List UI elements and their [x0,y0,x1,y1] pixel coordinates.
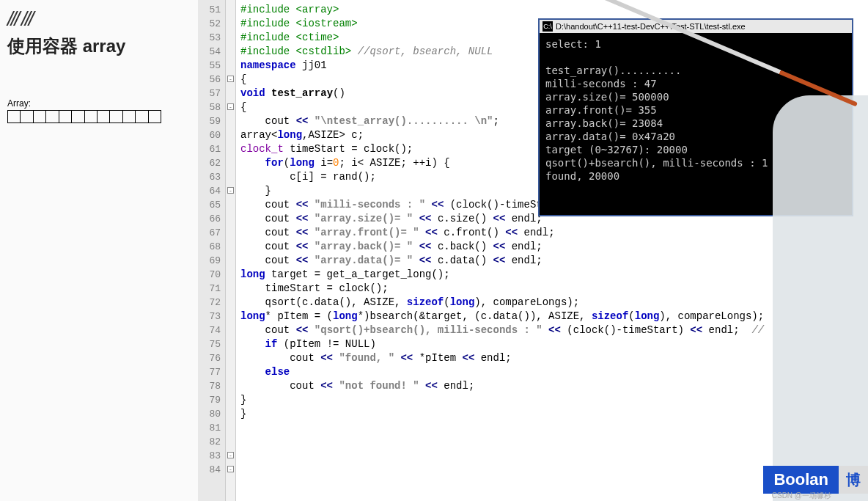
slide-title: 使用容器 array [7,34,191,58]
presenter-silhouette [773,95,868,501]
fold-toggle[interactable]: - [227,187,234,194]
array-label: Array: [7,98,191,109]
fold-toggle[interactable]: - [227,452,234,458]
decoration-slashes: /// /// [7,7,191,31]
console-title-text: D:\handout\C++11-test-DevC++\Test-STL\te… [556,22,746,31]
fold-margin[interactable]: ----- [226,0,236,501]
fold-toggle[interactable]: - [227,103,234,110]
console-icon: C:\ [542,21,553,32]
array-diagram [7,110,161,123]
fold-toggle[interactable]: - [227,466,234,472]
console-titlebar[interactable]: C:\ D:\handout\C++11-test-DevC++\Test-ST… [540,20,852,33]
watermark: CSDN @一场噱杪 [772,491,831,501]
fold-toggle[interactable]: - [227,76,234,82]
brand-logo: Boolan [763,466,839,494]
brand-logo-cn: 博 [839,466,868,494]
line-number-gutter: 51 52 53 54 55 56 57 58 59 60 61 62 63 6… [198,0,226,501]
slide-left-panel: /// /// 使用容器 array Array: [0,0,198,501]
